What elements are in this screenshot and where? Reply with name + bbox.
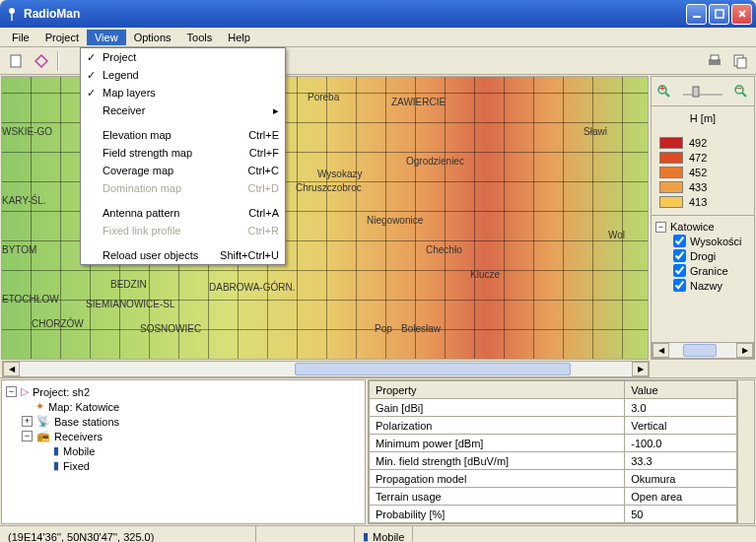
- layer-label: Nazwy: [690, 280, 722, 292]
- collapse-icon[interactable]: −: [6, 386, 17, 397]
- scroll-thumb[interactable]: [683, 344, 717, 357]
- map-icon: ✦: [35, 400, 44, 413]
- property-value[interactable]: Vertical: [625, 417, 737, 435]
- dd-coverage[interactable]: Coverage mapCtrl+C: [81, 162, 285, 179]
- dd-antenna-key: Ctrl+A: [248, 207, 279, 219]
- layer-checkbox[interactable]: [673, 235, 686, 247]
- layer-root[interactable]: − Katowice: [655, 220, 750, 234]
- layer-item[interactable]: Drogi: [655, 248, 750, 263]
- scroll-left-icon[interactable]: ◀: [3, 362, 20, 376]
- zoom-out-icon[interactable]: −: [733, 84, 749, 100]
- menu-options[interactable]: Options: [126, 30, 179, 45]
- property-name: Minimum power [dBm]: [370, 435, 625, 452]
- layer-checkbox[interactable]: [673, 279, 686, 292]
- property-grid: Property Value Gain [dBi]3.0Polarization…: [368, 379, 755, 524]
- map-label: Bolesław: [401, 323, 441, 334]
- property-row[interactable]: Probability [%]50: [370, 506, 737, 523]
- svg-point-0: [9, 8, 15, 14]
- layer-label: Drogi: [690, 250, 716, 262]
- dd-antenna[interactable]: Antenna patternCtrl+A: [81, 204, 285, 222]
- expand-icon[interactable]: +: [22, 416, 33, 427]
- property-row[interactable]: Terrain usageOpen area: [370, 488, 737, 506]
- tree-receivers-label: Receivers: [54, 431, 103, 442]
- tree-fixed-label: Fixed: [63, 460, 90, 472]
- status-empty: [256, 526, 355, 542]
- legend-value: 452: [689, 167, 707, 178]
- dd-map-layers[interactable]: ✓Map layers: [81, 84, 285, 102]
- scroll-thumb[interactable]: [295, 363, 570, 375]
- tree-mobile[interactable]: ▮Mobile: [6, 443, 361, 458]
- tree-fixed[interactable]: ▮Fixed: [6, 458, 361, 473]
- dd-fixed-link: Fixed link profileCtrl+R: [81, 222, 285, 239]
- property-value[interactable]: -100.0: [625, 435, 737, 452]
- svg-rect-3: [716, 10, 723, 18]
- legend-item: 433: [659, 181, 746, 193]
- toolbar-copy-icon[interactable]: [728, 49, 752, 73]
- menu-file[interactable]: File: [4, 30, 37, 45]
- menu-project[interactable]: Project: [37, 30, 87, 45]
- property-row[interactable]: Gain [dBi]3.0: [370, 399, 737, 417]
- collapse-icon[interactable]: −: [22, 431, 33, 441]
- layer-item[interactable]: Nazwy: [655, 278, 750, 293]
- layer-label: Wysokości: [690, 236, 741, 247]
- prop-header-name[interactable]: Property: [370, 381, 625, 399]
- prop-header-value[interactable]: Value: [625, 381, 737, 399]
- toolbar-edit-icon[interactable]: [30, 49, 53, 73]
- property-name: Min. field strength [dBuV/m]: [370, 452, 625, 470]
- project-icon: ▷: [21, 385, 29, 398]
- maximize-button[interactable]: [709, 4, 729, 25]
- tree-map[interactable]: ✦Map: Katowice: [6, 399, 361, 414]
- tree-receivers[interactable]: −📻Receivers: [6, 429, 361, 443]
- menu-tools[interactable]: Tools: [179, 30, 221, 45]
- tree-base-stations[interactable]: +📡Base stations: [6, 414, 361, 429]
- property-value[interactable]: Okumura: [625, 470, 737, 488]
- menu-view[interactable]: View: [87, 30, 126, 45]
- dd-reload[interactable]: Reload user objectsShift+Ctrl+U: [81, 246, 285, 264]
- layer-checkbox[interactable]: [673, 264, 686, 277]
- prop-vscroll[interactable]: [737, 380, 754, 523]
- property-row[interactable]: Min. field strength [dBuV/m]33.3: [370, 452, 737, 470]
- legend-hscroll[interactable]: ◀ ▶: [652, 342, 754, 359]
- property-value[interactable]: Open area: [625, 488, 737, 506]
- dd-elevation[interactable]: Elevation mapCtrl+E: [81, 126, 285, 144]
- layer-item[interactable]: Granice: [655, 263, 750, 278]
- property-value[interactable]: 3.0: [625, 399, 737, 417]
- tree-project-root[interactable]: −▷Project: sh2: [6, 384, 361, 399]
- svg-text:−: −: [735, 84, 741, 94]
- dd-legend[interactable]: ✓Legend: [81, 66, 285, 84]
- dd-project[interactable]: ✓Project: [81, 48, 285, 66]
- layer-item[interactable]: Wysokości: [655, 234, 750, 248]
- scroll-left-icon[interactable]: ◀: [653, 343, 669, 358]
- map-label: Poreba: [308, 92, 339, 102]
- legend-item: 452: [659, 167, 746, 178]
- menu-help[interactable]: Help: [220, 30, 258, 45]
- zoom-in-icon[interactable]: +: [656, 84, 672, 100]
- property-row[interactable]: Minimum power [dBm]-100.0: [370, 435, 737, 452]
- close-button[interactable]: [731, 4, 752, 25]
- dd-domination: Domination mapCtrl+D: [81, 179, 285, 197]
- map-hscroll[interactable]: ◀ ▶: [2, 361, 650, 377]
- property-value[interactable]: 50: [625, 506, 737, 523]
- dd-receiver[interactable]: Receiver▸: [81, 102, 285, 119]
- property-row[interactable]: PolarizationVertical: [370, 417, 737, 435]
- toolbar-print-icon[interactable]: [703, 49, 726, 73]
- dd-field-strength[interactable]: Field strength mapCtrl+F: [81, 144, 285, 162]
- dd-fixedlink-label: Fixed link profile: [103, 225, 180, 237]
- collapse-icon[interactable]: −: [655, 222, 666, 233]
- property-value[interactable]: 33.3: [625, 452, 737, 470]
- toolbar-new-icon[interactable]: [4, 49, 28, 73]
- check-icon: ✓: [87, 87, 96, 100]
- minimize-button[interactable]: [686, 4, 707, 25]
- property-name: Polarization: [370, 417, 625, 435]
- property-name: Gain [dBi]: [370, 399, 625, 417]
- scroll-right-icon[interactable]: ▶: [736, 343, 753, 358]
- map-label: WSKIE-GO: [2, 126, 52, 137]
- legend-title: H [m]: [652, 106, 754, 130]
- tree-basestations-label: Base stations: [54, 416, 119, 428]
- zoom-slider[interactable]: [683, 83, 722, 101]
- scroll-right-icon[interactable]: ▶: [632, 362, 649, 376]
- svg-line-17: [742, 93, 746, 97]
- layer-checkbox[interactable]: [673, 249, 686, 262]
- map-label: ZAWIERCIE: [391, 97, 446, 107]
- property-row[interactable]: Propagation modelOkumura: [370, 470, 737, 488]
